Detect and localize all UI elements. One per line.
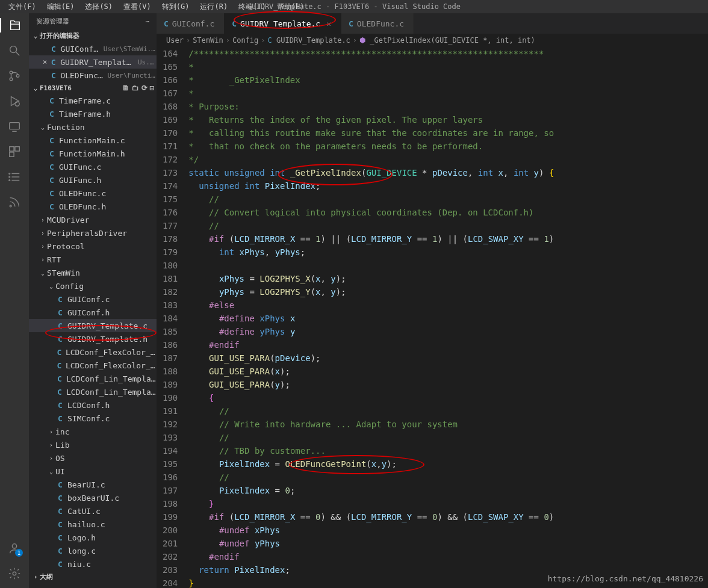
editor-tab[interactable]: CGUIDRV_Template.c× <box>225 13 341 34</box>
file-item[interactable]: CLCDConf_FlexColor_Tem... <box>29 345 157 359</box>
file-item[interactable]: CCatUI.c <box>29 504 157 518</box>
list-icon[interactable] <box>7 170 22 184</box>
breadcrumb[interactable]: User›STemWin›Config›C GUIDRV_Template.c›… <box>157 34 708 47</box>
file-item[interactable]: Cniu.c <box>29 557 157 571</box>
file-label: GUIFunc.c <box>59 162 101 172</box>
svg-rect-10 <box>15 147 19 151</box>
file-item[interactable]: CboxBearUI.c <box>29 491 157 504</box>
file-item[interactable]: CSIMConf.c <box>29 412 157 425</box>
file-item[interactable]: Chailuo.c <box>29 518 157 531</box>
menu-item[interactable]: 选择(S) <box>80 1 117 13</box>
file-label: GUIConf.c <box>67 295 110 304</box>
folder-item[interactable]: ⌄STemWin <box>29 266 157 279</box>
breadcrumb-item[interactable]: C GUIDRV_Template.c <box>268 36 350 45</box>
explorer-more-icon[interactable]: ⋯ <box>145 17 149 25</box>
file-icon: C <box>55 401 65 410</box>
file-item[interactable]: CTimeFrame.h <box>29 107 157 120</box>
file-item[interactable]: CGUIConf.c <box>29 292 157 306</box>
folder-label: Config <box>55 282 84 291</box>
file-label: LCDConf_Lin_Template.c <box>66 374 157 383</box>
svg-point-20 <box>13 572 16 575</box>
file-meta: Us... <box>138 58 157 66</box>
outline-section[interactable]: ›大纲 <box>29 571 157 583</box>
file-item[interactable]: COLEDFunc.h <box>29 200 157 213</box>
file-item[interactable]: CLCDConf_Lin_Template.h <box>29 385 157 398</box>
editor-tab[interactable]: COLEDFunc.c <box>341 13 414 34</box>
file-item[interactable]: CFunctionMain.h <box>29 147 157 160</box>
open-editors-section[interactable]: ⌄打开的编辑器 <box>29 29 157 42</box>
account-icon[interactable] <box>7 541 22 556</box>
folder-label: RTT <box>47 255 61 264</box>
project-section[interactable]: ⌄F103VET6 🗎 🗀 ⟳ ⊟ <box>29 82 157 94</box>
collapse-icon[interactable]: ⊟ <box>150 84 154 92</box>
menu-item[interactable]: 查看(V) <box>119 1 156 13</box>
folder-item[interactable]: ›RTT <box>29 253 157 266</box>
folder-item[interactable]: ›MCUDriver <box>29 213 157 226</box>
file-item[interactable]: CLogo.h <box>29 531 157 544</box>
search-icon[interactable] <box>7 43 22 58</box>
breadcrumb-item[interactable]: Config <box>232 36 258 45</box>
chevron-icon: ⌄ <box>47 468 55 475</box>
file-item[interactable]: CLCDConf_FlexColor_Tem... <box>29 359 157 372</box>
file-item[interactable]: CFunctionMain.c <box>29 134 157 147</box>
breadcrumb-item[interactable]: ⬢ _GetPixelIndex(GUI_DEVICE *, int, int) <box>359 36 535 45</box>
folder-item[interactable]: ⌄UI <box>29 465 157 478</box>
file-item[interactable]: CLCDConf.h <box>29 398 157 412</box>
breadcrumb-item[interactable]: User <box>166 36 184 45</box>
menu-item[interactable]: 运行(R) <box>195 1 232 13</box>
folder-item[interactable]: ›Lib <box>29 438 157 451</box>
folder-item[interactable]: ›OS <box>29 451 157 465</box>
file-item[interactable]: CGUIDRV_Template.c <box>29 319 157 332</box>
close-icon[interactable]: × <box>41 58 49 66</box>
menu-item[interactable]: 转到(G) <box>157 1 194 13</box>
file-icon: C <box>47 136 57 145</box>
file-item[interactable]: CGUIConf.h <box>29 306 157 319</box>
new-file-icon[interactable]: 🗎 <box>122 84 129 92</box>
open-editor-item[interactable]: ×CGUIDRV_Template.cUs... <box>29 55 157 69</box>
open-editor-item[interactable]: COLEDFunc.cUser\Function <box>29 69 157 82</box>
file-item[interactable]: CGUIFunc.h <box>29 173 157 187</box>
close-icon[interactable]: × <box>326 19 331 28</box>
folder-item[interactable]: ›PeripheralsDriver <box>29 226 157 240</box>
file-item[interactable]: CGUIFunc.c <box>29 160 157 173</box>
file-item[interactable]: CBearUI.c <box>29 478 157 491</box>
file-item[interactable]: CGUIDRV_Template.h <box>29 332 157 345</box>
file-label: OLEDFunc.h <box>59 202 106 211</box>
folder-item[interactable]: ⌄Function <box>29 120 157 134</box>
explorer-icon[interactable] <box>0 18 29 32</box>
breadcrumb-item[interactable]: STemWin <box>193 36 223 45</box>
svg-rect-11 <box>10 152 14 156</box>
rss-icon[interactable] <box>7 195 22 209</box>
folder-label: inc <box>55 427 69 436</box>
folder-item[interactable]: ⌄Config <box>29 279 157 292</box>
sidebar: 资源管理器 ⋯ ⌄打开的编辑器 CGUIConf.cUser\STemWi...… <box>29 13 157 588</box>
file-item[interactable]: Clong.c <box>29 544 157 557</box>
editor-tab[interactable]: CGUIConf.c <box>157 13 225 34</box>
editor-tabs: CGUIConf.cCGUIDRV_Template.c×COLEDFunc.c <box>157 13 708 34</box>
debug-icon[interactable] <box>7 94 22 108</box>
new-folder-icon[interactable]: 🗀 <box>132 84 139 92</box>
menu-item[interactable]: 文件(F) <box>4 1 41 13</box>
refresh-icon[interactable]: ⟳ <box>141 84 148 92</box>
open-editor-item[interactable]: CGUIConf.cUser\STemWi... <box>29 42 157 55</box>
svg-point-18 <box>10 205 11 207</box>
file-item[interactable]: CLCDConf_Lin_Template.c <box>29 372 157 385</box>
file-label: GUIConf.h <box>67 308 110 317</box>
folder-item[interactable]: ›inc <box>29 425 157 438</box>
chevron-icon: ⌄ <box>39 270 47 276</box>
menu-item[interactable]: 编辑(E) <box>42 1 79 13</box>
extensions-icon[interactable] <box>7 144 22 159</box>
remote-icon[interactable] <box>7 119 22 134</box>
chevron-icon: › <box>47 442 55 448</box>
file-item[interactable]: COLEDFunc.c <box>29 187 157 200</box>
settings-icon[interactable] <box>7 566 22 581</box>
file-label: hailuo.c <box>67 520 105 529</box>
folder-label: STemWin <box>47 268 80 277</box>
file-item[interactable]: CTimeFrame.c <box>29 94 157 107</box>
source-control-icon[interactable] <box>7 69 22 83</box>
code-content[interactable]: /***************************************… <box>188 47 708 588</box>
window-title: GUIDRV_Template.c - F103VET6 - Visual St… <box>247 2 461 11</box>
folder-item[interactable]: ›Protocol <box>29 240 157 253</box>
file-icon: C <box>55 520 65 529</box>
file-label: LCDConf_FlexColor_Tem... <box>66 348 157 357</box>
